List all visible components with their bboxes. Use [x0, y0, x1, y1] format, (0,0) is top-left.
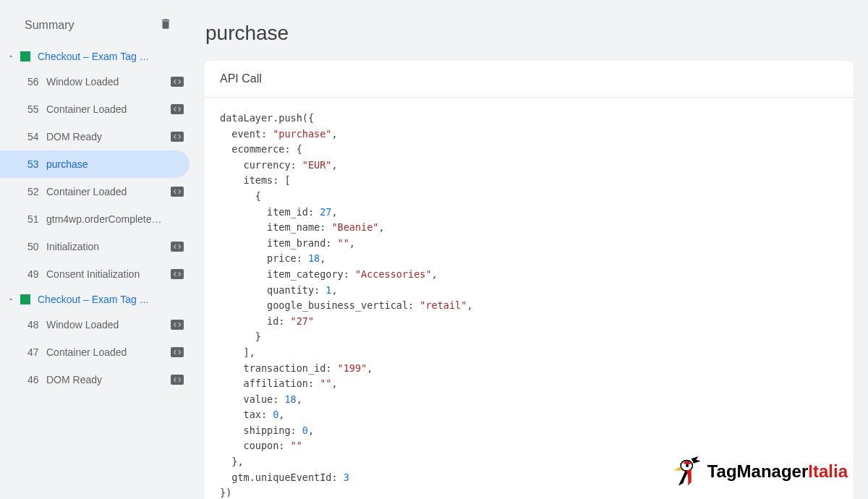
event-name: Container Loaded	[46, 103, 165, 115]
event-name: DOM Ready	[46, 374, 165, 385]
card-header: API Call	[204, 61, 854, 98]
event-item[interactable]: 48 Window Loaded	[0, 311, 190, 338]
event-number: 56	[27, 76, 41, 88]
event-name: purchase	[46, 158, 184, 170]
event-name: Window Loaded	[46, 319, 165, 330]
api-call-card: API Call dataLayer.push({ event: "purcha…	[204, 61, 854, 499]
footer-logo: TagManagerItalia	[665, 453, 848, 490]
code-icon	[171, 242, 184, 252]
page-status-icon	[20, 294, 30, 304]
event-number: 53	[27, 158, 41, 170]
summary-header: Summary	[0, 6, 190, 45]
group-label: Checkout – Exam Tag …	[38, 294, 150, 305]
page-title: purchase	[204, 0, 854, 61]
event-name: Consent Initialization	[46, 268, 165, 280]
event-item[interactable]: 51 gtm4wp.orderComplete…	[0, 205, 190, 233]
event-item[interactable]: 49 Consent Initialization	[0, 260, 190, 288]
main-panel: purchase API Call dataLayer.push({ event…	[190, 0, 868, 499]
code-icon	[171, 132, 184, 142]
delete-icon[interactable]	[159, 17, 172, 33]
event-number: 55	[27, 103, 41, 115]
code-icon	[171, 269, 184, 279]
event-name: Window Loaded	[46, 76, 165, 88]
event-number: 49	[27, 268, 41, 280]
code-icon	[171, 77, 184, 87]
code-icon	[171, 347, 184, 357]
event-number: 47	[27, 346, 41, 358]
brand-text: TagManagerItalia	[707, 461, 848, 482]
event-group-header[interactable]: Checkout – Exam Tag …	[0, 45, 190, 68]
event-name: DOM Ready	[46, 131, 165, 142]
event-number: 51	[27, 213, 41, 225]
event-number: 50	[27, 241, 41, 252]
event-name: Initialization	[46, 241, 165, 252]
event-item[interactable]: 52 Container Loaded	[0, 178, 190, 205]
code-icon	[171, 320, 184, 330]
event-item[interactable]: 54 DOM Ready	[0, 123, 190, 150]
event-item[interactable]: 50 Initialization	[0, 233, 190, 260]
event-name: Container Loaded	[46, 186, 165, 197]
chevron-down-icon	[7, 296, 14, 303]
event-item[interactable]: 56 Window Loaded	[0, 68, 190, 95]
summary-label: Summary	[25, 19, 74, 32]
event-item[interactable]: 47 Container Loaded	[0, 338, 190, 366]
code-block: dataLayer.push({ event: "purchase", ecom…	[204, 98, 854, 499]
event-item[interactable]: 46 DOM Ready	[0, 366, 190, 393]
event-name: Container Loaded	[46, 346, 165, 358]
code-icon	[171, 375, 184, 385]
event-group-header[interactable]: Checkout – Exam Tag …	[0, 288, 190, 311]
event-name: gtm4wp.orderComplete…	[46, 213, 184, 225]
chevron-down-icon	[7, 53, 14, 60]
svg-point-1	[686, 464, 689, 467]
event-number: 54	[27, 131, 41, 142]
event-number: 52	[27, 186, 41, 197]
sidebar: Summary Checkout – Exam Tag … 56 Window …	[0, 0, 190, 499]
api-call-code: dataLayer.push({ event: "purchase", ecom…	[220, 111, 838, 499]
code-icon	[171, 187, 184, 197]
event-number: 48	[27, 319, 41, 330]
group-label: Checkout – Exam Tag …	[38, 51, 150, 62]
code-icon	[171, 104, 184, 114]
event-item-selected[interactable]: 53 purchase	[0, 150, 190, 178]
event-item[interactable]: 55 Container Loaded	[0, 95, 190, 123]
event-number: 46	[27, 374, 41, 385]
page-status-icon	[20, 51, 30, 61]
bird-icon	[665, 453, 703, 490]
